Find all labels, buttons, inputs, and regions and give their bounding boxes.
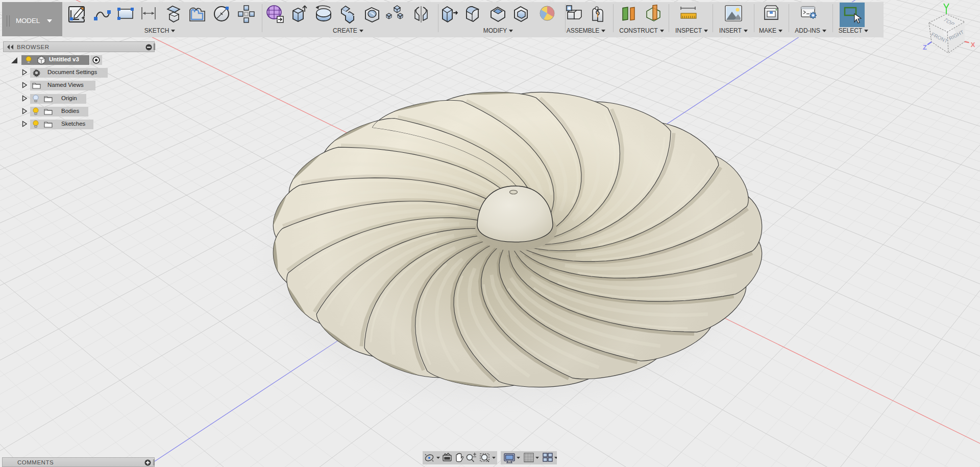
svg-text:X: X [971,41,975,49]
svg-text:Z: Z [923,43,927,51]
